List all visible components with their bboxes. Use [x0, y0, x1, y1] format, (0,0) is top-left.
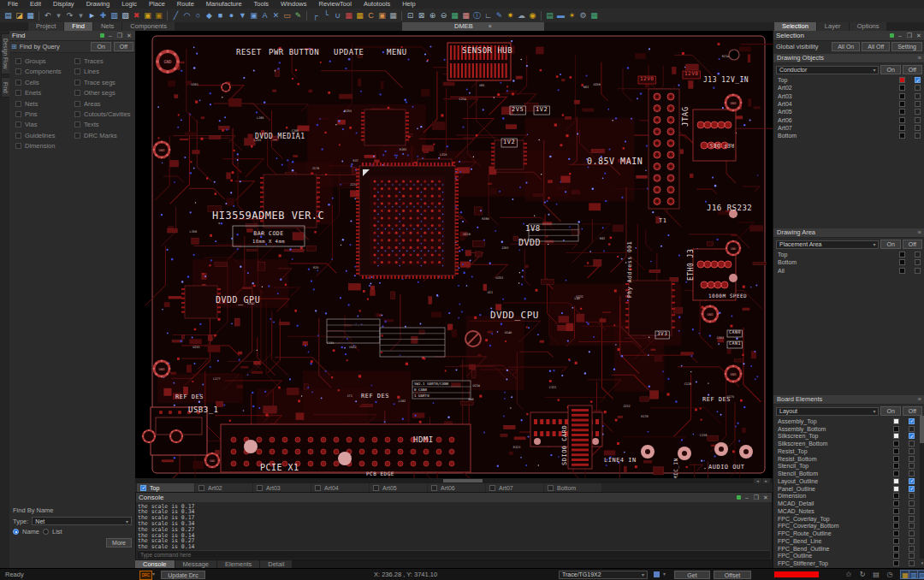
color-swatch[interactable]: [893, 516, 899, 522]
section-header[interactable]: Board Elements≡: [773, 394, 924, 405]
menu-display[interactable]: Display: [47, 0, 80, 9]
visibility-checkbox[interactable]: [915, 133, 921, 139]
color-swatch[interactable]: [893, 433, 899, 439]
scroll-down-icon[interactable]: ▾: [920, 560, 924, 565]
checkbox[interactable]: [15, 111, 21, 117]
category-select[interactable]: Layout▾: [776, 407, 879, 416]
layer-tab-top[interactable]: Top: [137, 483, 194, 492]
drc-dropdown-icon[interactable]: ▾: [152, 569, 155, 580]
restore-icon[interactable]: ❒: [906, 31, 913, 40]
draw-circle-icon[interactable]: ○: [192, 10, 204, 21]
layer-checkbox[interactable]: [431, 485, 437, 491]
undo-icon[interactable]: ↶: [42, 10, 53, 21]
get-button[interactable]: Get: [674, 571, 710, 579]
query-on-button[interactable]: On: [91, 42, 110, 51]
collapse-icon[interactable]: ≡: [918, 228, 921, 237]
radio-name[interactable]: [13, 529, 19, 535]
color-swatch[interactable]: [893, 471, 899, 476]
visibility-checkbox[interactable]: [909, 441, 915, 447]
color-swatch[interactable]: [893, 448, 899, 454]
color-swatch[interactable]: [893, 478, 899, 484]
checkbox[interactable]: [15, 133, 21, 139]
menu-edit[interactable]: Edit: [24, 0, 47, 9]
visibility-checkbox[interactable]: [909, 560, 915, 566]
grid-red-icon[interactable]: ▦: [343, 10, 354, 21]
collapse-icon[interactable]: ≡: [918, 54, 921, 62]
visibility-checkbox[interactable]: [915, 259, 921, 265]
plane-gray-icon[interactable]: ▦: [388, 10, 399, 21]
zoom-out-icon[interactable]: ⊖: [438, 10, 449, 21]
visibility-checkbox[interactable]: [909, 426, 915, 432]
lock-icon[interactable]: ▣: [142, 10, 153, 21]
frame-icon[interactable]: ▭: [281, 10, 293, 21]
visibility-checkbox[interactable]: [915, 109, 921, 115]
on-button[interactable]: On: [880, 65, 900, 74]
all-off-button[interactable]: All Off: [862, 42, 890, 51]
visibility-checkbox[interactable]: [909, 500, 915, 506]
color-swatch[interactable]: [899, 268, 905, 274]
comp-green-icon[interactable]: ▦: [589, 10, 600, 21]
checkbox[interactable]: [74, 68, 80, 74]
layer-checkbox[interactable]: [257, 485, 263, 491]
visibility-checkbox[interactable]: [909, 546, 915, 552]
radio-list[interactable]: [43, 529, 49, 535]
setting-button[interactable]: Setting: [891, 42, 922, 51]
color-swatch[interactable]: [893, 523, 899, 529]
menu-help[interactable]: Help: [396, 0, 421, 9]
layer-tab-art03[interactable]: Art03: [253, 483, 311, 492]
visibility-checkbox[interactable]: [909, 508, 915, 514]
visibility-checkbox[interactable]: [909, 463, 915, 469]
menu-route[interactable]: Route: [171, 0, 200, 9]
menu-drawing[interactable]: Drawing: [80, 0, 116, 9]
draw-rect-icon[interactable]: ■: [215, 10, 226, 21]
visibility-checkbox[interactable]: [915, 125, 921, 131]
color-swatch[interactable]: [893, 426, 899, 432]
category-select[interactable]: Placement Area▾: [776, 240, 879, 249]
query-off-button[interactable]: Off: [114, 42, 133, 51]
color-swatch[interactable]: [893, 546, 899, 552]
color-swatch[interactable]: [899, 252, 905, 257]
sketch-icon[interactable]: ✎: [293, 10, 304, 21]
route-diag-icon[interactable]: ╰: [321, 10, 332, 21]
color-swatch[interactable]: [899, 77, 905, 83]
visibility-checkbox[interactable]: [909, 433, 915, 439]
checkbox[interactable]: [74, 101, 80, 107]
layer-checkbox[interactable]: [140, 485, 146, 491]
menu-windows[interactable]: Windows: [275, 0, 312, 9]
drc-indicator-icon[interactable]: DRC: [139, 571, 152, 580]
draw-polygon-icon[interactable]: ◆: [204, 10, 215, 21]
text-frame-icon[interactable]: ▣: [248, 10, 259, 21]
visibility-checkbox[interactable]: [909, 471, 915, 476]
tab-layer[interactable]: Layer: [817, 22, 849, 31]
color-swatch[interactable]: [899, 101, 905, 107]
tab-components[interactable]: Components: [122, 22, 175, 31]
more-button[interactable]: More: [106, 538, 132, 547]
refresh-icon[interactable]: ↻: [857, 570, 868, 579]
layer-checkbox[interactable]: [315, 485, 321, 491]
copy-icon[interactable]: ▥: [109, 10, 120, 21]
visibility-checkbox[interactable]: [909, 418, 915, 424]
color-swatch[interactable]: [893, 486, 899, 492]
close-icon[interactable]: ✕: [126, 31, 133, 40]
layer-checkbox[interactable]: [198, 485, 204, 491]
checkbox[interactable]: [74, 111, 80, 117]
checkbox[interactable]: [15, 101, 21, 107]
off-button[interactable]: Off: [903, 406, 922, 416]
new-file-icon[interactable]: ▤: [3, 10, 14, 21]
draw-arc-icon[interactable]: ◠: [181, 10, 192, 21]
visibility-checkbox[interactable]: [909, 553, 915, 559]
star-orange-icon[interactable]: ✶: [566, 10, 578, 21]
draw-filled-circle-icon[interactable]: ●: [226, 10, 237, 21]
pad-orange-icon[interactable]: ▣: [376, 10, 388, 21]
erase-icon[interactable]: ✕: [270, 10, 281, 21]
color-swatch[interactable]: [899, 125, 905, 131]
visibility-checkbox[interactable]: [915, 101, 921, 107]
zoom-in-icon[interactable]: ⊕: [427, 10, 438, 21]
console-command-input[interactable]: Type command here: [138, 550, 770, 559]
document-tab[interactable]: DMEB ×: [402, 22, 544, 31]
draw-triangle-icon[interactable]: ▼: [237, 10, 248, 21]
paste-icon[interactable]: ▨: [120, 10, 131, 21]
open-file-icon[interactable]: ◪: [14, 10, 25, 21]
checkbox[interactable]: [15, 80, 21, 86]
draw-line-icon[interactable]: ╱: [170, 10, 181, 21]
